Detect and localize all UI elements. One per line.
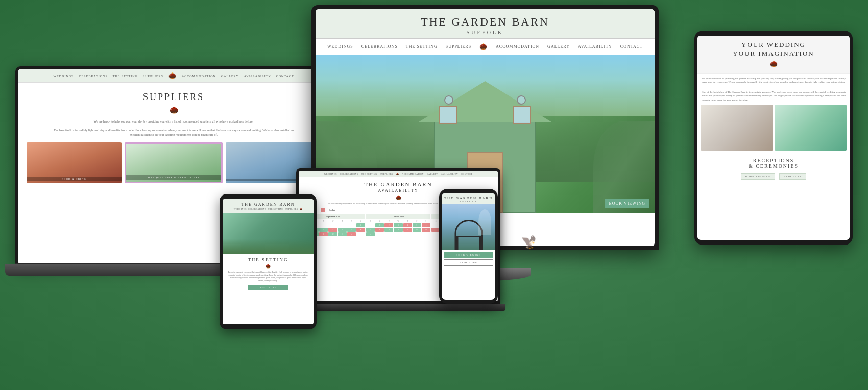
monitor-nav-celebrations[interactable]: CELEBRATIONS xyxy=(361,44,398,49)
laptop-nav-availability[interactable]: AVAILABILITY xyxy=(244,75,271,78)
nb-d2-day6[interactable]: 6 xyxy=(422,223,430,227)
nb-d2-day5[interactable]: 5 xyxy=(413,223,421,227)
swallow-decoration: 🦅 xyxy=(521,235,537,250)
ts-acorn-nav: 🌰 xyxy=(300,208,303,210)
nb-d1-day6[interactable]: 6 xyxy=(338,228,347,232)
nb-d2-s: S xyxy=(366,220,375,223)
nb-d2-day1[interactable]: 1 xyxy=(375,223,384,227)
nb-d2-f: F xyxy=(413,220,421,223)
nb-nav-acc[interactable]: ACCOMMODATION xyxy=(402,173,424,175)
laptop-nav-setting[interactable]: THE SETTING xyxy=(113,75,138,78)
monitor-nav-availability[interactable]: AVAILABILITY xyxy=(578,44,612,49)
nb-d2-sa: S xyxy=(422,220,430,223)
nb-nav-con[interactable]: CONTACT xyxy=(461,173,472,175)
nb-d2-day4[interactable]: 4 xyxy=(403,223,412,227)
nb-d2-w: W xyxy=(394,220,402,223)
nb-d1-f: F xyxy=(347,220,356,223)
laptop-nav-weddings[interactable]: WEDDINGS xyxy=(53,75,74,78)
laptop-nav-accommodation[interactable]: ACCOMMODATION xyxy=(182,75,216,78)
nb-d2-t: T xyxy=(384,220,393,223)
nb-d1-day7[interactable]: 7 xyxy=(347,228,356,232)
ph-book-viewing-btn[interactable]: BOOK VIEWING xyxy=(444,252,493,258)
monitor-book-btn[interactable]: BOOK VIEWING xyxy=(605,199,649,208)
nb-cal-month2-grid: S M T W T F S 1 2 3 4 5 xyxy=(366,220,430,236)
ts-nav-sup[interactable]: SUPPLIERS xyxy=(285,208,298,210)
nb-d1-day12[interactable]: 12 xyxy=(328,232,337,236)
nb-d1-day14[interactable]: 14 xyxy=(347,232,356,236)
tl-wedding-text1: We pride ourselves in providing the perf… xyxy=(697,74,850,87)
nb-d2-day9[interactable]: 9 xyxy=(384,228,393,232)
ph-header: THE GARDEN BARN SUFFOLK xyxy=(442,193,495,204)
laptop-suppliers-body: The barn itself is incredibly light and … xyxy=(18,128,329,137)
laptop-suppliers-intro: We are happy to help you plan your day b… xyxy=(18,119,329,124)
monitor-nav-accommodation[interactable]: ACCOMMODATION xyxy=(496,44,539,49)
nb-nav-avail[interactable]: AVAILABILITY xyxy=(441,173,458,175)
nb-d2-day8[interactable]: 8 xyxy=(375,228,384,232)
nb-nav-c[interactable]: CELEBRATIONS xyxy=(340,173,358,175)
nb-nav-w[interactable]: WEDDINGS xyxy=(324,173,337,175)
nb-d2-day12[interactable]: 12 xyxy=(413,228,421,232)
monitor-site-title: THE GARDEN BARN xyxy=(316,15,655,29)
nb-d1-day5[interactable]: 5 xyxy=(328,228,337,232)
nb-d2-day11[interactable]: 11 xyxy=(403,228,412,232)
nb-d2-day7[interactable]: 7 xyxy=(366,228,375,232)
laptop-nav-gallery[interactable]: GALLERY xyxy=(221,75,239,78)
ts-acorn: 🌰 xyxy=(226,264,310,269)
monitor-nav-gallery[interactable]: GALLERY xyxy=(547,44,570,49)
nb-d2-empty1 xyxy=(366,223,375,227)
tablet-large-wrapper: YOUR WEDDINGYOUR IMAGINATION 🌰 We pride … xyxy=(694,31,853,245)
laptop-nav-celebrations[interactable]: CELEBRATIONS xyxy=(79,75,107,78)
nb-d1-empty5 xyxy=(338,223,347,227)
ts-nav-c[interactable]: CELEBRATIONS xyxy=(248,208,267,210)
tl-wedding-img2 xyxy=(775,105,847,151)
nb-d1-day11[interactable]: 11 xyxy=(319,232,328,236)
nb-d2-day13[interactable]: 13 xyxy=(422,228,430,232)
laptop-nav-suppliers[interactable]: SUPPLIERS xyxy=(143,75,163,78)
nb-d1-empty4 xyxy=(328,223,337,227)
ts-nav-w[interactable]: WEDDINGS xyxy=(234,208,247,210)
tablet-small-wrapper: THE GARDEN BARN WEDDINGS CELEBRATIONS TH… xyxy=(220,194,317,329)
ts-content: THE SETTING 🌰 From the moment you enter … xyxy=(223,254,314,294)
nb-d1-day13[interactable]: 13 xyxy=(338,232,347,236)
tl-wedding-images xyxy=(697,105,850,154)
tablet-small-device: THE GARDEN BARN WEDDINGS CELEBRATIONS TH… xyxy=(220,194,317,329)
laptop-nav: WEDDINGS CELEBRATIONS THE SETTING SUPPLI… xyxy=(18,69,329,83)
nb-d1-sa: S xyxy=(356,220,365,223)
nb-d1-th: T xyxy=(338,220,347,223)
nb-d2-day3[interactable]: 3 xyxy=(394,223,402,227)
monitor-site-header: THE GARDEN BARN SUFFOLK xyxy=(316,9,655,39)
nb-nav-s[interactable]: THE SETTING xyxy=(361,173,377,175)
nb-nav-sup[interactable]: SUPPLIERS xyxy=(380,173,393,175)
tl-header: YOUR WEDDINGYOUR IMAGINATION 🌰 xyxy=(697,36,850,74)
nb-site-title: THE GARDEN BARN xyxy=(299,177,498,188)
ph-content: BOOK VIEWING BROCHURE xyxy=(442,250,495,268)
monitor-nav: WEDDINGS CELEBRATIONS THE SETTING SUPPLI… xyxy=(316,39,655,55)
ts-header: THE GARDEN BARN WEDDINGS CELEBRATIONS TH… xyxy=(223,199,314,213)
nb-nav-gal[interactable]: GALLERY xyxy=(427,173,438,175)
ph-brochure-btn[interactable]: BROCHURE xyxy=(444,259,493,266)
laptop-nav-contact[interactable]: CONTACT xyxy=(276,75,294,78)
nb-acorn-nav: 🌰 xyxy=(396,173,399,175)
notebook-base xyxy=(291,304,505,311)
nb-d1-day4[interactable]: 4 xyxy=(319,228,328,232)
monitor-nav-setting[interactable]: THE SETTING xyxy=(406,44,438,49)
monitor-nav-suppliers[interactable]: SUPPLIERS xyxy=(446,44,471,49)
monitor-nav-weddings[interactable]: WEDDINGS xyxy=(327,44,353,49)
phone-device: THE GARDEN BARN SUFFOLK xyxy=(439,189,498,304)
ts-nav-s[interactable]: THE SETTING xyxy=(268,208,284,210)
laptop-acorn-nav: 🌰 xyxy=(168,72,177,80)
nb-nav: WEDDINGS CELEBRATIONS THE SETTING SUPPLI… xyxy=(299,171,498,177)
tl-brochure-btn[interactable]: BROCHURE xyxy=(779,173,806,180)
ts-read-more-btn[interactable]: READ MORE xyxy=(248,285,288,290)
monitor-nav-contact[interactable]: CONTACT xyxy=(620,44,643,49)
nb-d2-day14[interactable]: 14 xyxy=(366,232,375,236)
nb-d2-day10[interactable]: 10 xyxy=(394,228,402,232)
nb-d1-w: W xyxy=(328,220,337,223)
nb-d2-day2[interactable]: 2 xyxy=(384,223,393,227)
tablet-small-screen: THE GARDEN BARN WEDDINGS CELEBRATIONS TH… xyxy=(223,199,314,324)
tl-book-viewing-btn[interactable]: BOOK VIEWING xyxy=(741,173,775,180)
tl-acorn: 🌰 xyxy=(702,60,846,68)
nb-d1-day8[interactable]: 8 xyxy=(356,228,365,232)
ts-nav: WEDDINGS CELEBRATIONS THE SETTING SUPPLI… xyxy=(223,207,314,211)
nb-d1-day1[interactable]: 1 xyxy=(356,223,365,227)
